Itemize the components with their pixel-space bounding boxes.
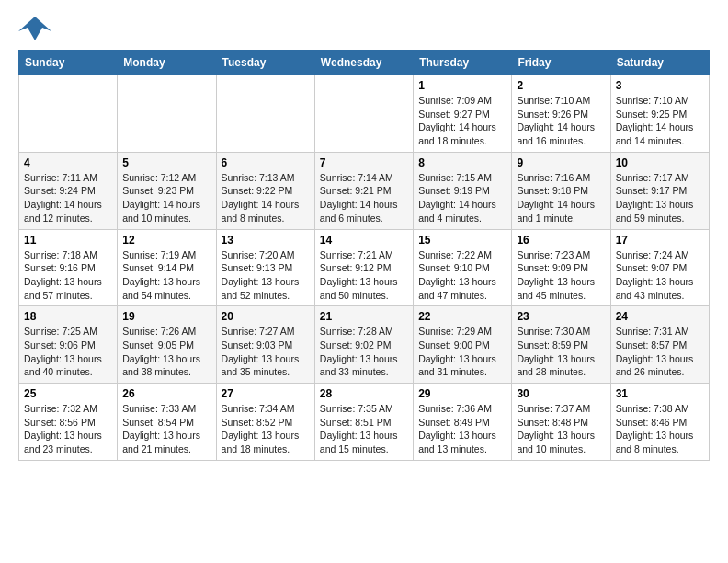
day-info: Sunrise: 7:26 AMSunset: 9:05 PMDaylight:… xyxy=(122,325,210,379)
day-number: 11 xyxy=(24,234,112,247)
day-info: Sunrise: 7:10 AMSunset: 9:25 PMDaylight:… xyxy=(616,94,704,148)
day-info: Sunrise: 7:16 AMSunset: 9:18 PMDaylight:… xyxy=(517,171,605,225)
calendar-cell xyxy=(216,75,314,153)
day-number: 9 xyxy=(517,156,605,169)
day-number: 21 xyxy=(320,310,408,323)
calendar-cell: 12Sunrise: 7:19 AMSunset: 9:14 PMDayligh… xyxy=(118,229,216,306)
calendar-cell: 2Sunrise: 7:10 AMSunset: 9:26 PMDaylight… xyxy=(512,75,610,153)
calendar-week-row: 18Sunrise: 7:25 AMSunset: 9:06 PMDayligh… xyxy=(19,306,710,384)
day-number: 29 xyxy=(418,387,506,400)
weekday-header-wednesday: Wednesday xyxy=(314,51,413,75)
calendar-cell: 25Sunrise: 7:32 AMSunset: 8:56 PMDayligh… xyxy=(19,384,118,461)
day-info: Sunrise: 7:15 AMSunset: 9:19 PMDaylight:… xyxy=(418,171,506,225)
day-number: 31 xyxy=(616,387,704,400)
page-header xyxy=(18,15,710,42)
day-number: 2 xyxy=(517,79,605,92)
day-info: Sunrise: 7:13 AMSunset: 9:22 PMDaylight:… xyxy=(222,171,310,225)
calendar-week-row: 4Sunrise: 7:11 AMSunset: 9:24 PMDaylight… xyxy=(19,152,710,229)
day-number: 19 xyxy=(122,310,210,323)
calendar-cell: 14Sunrise: 7:21 AMSunset: 9:12 PMDayligh… xyxy=(314,229,413,306)
calendar-cell: 17Sunrise: 7:24 AMSunset: 9:07 PMDayligh… xyxy=(610,229,709,306)
day-info: Sunrise: 7:33 AMSunset: 8:54 PMDaylight:… xyxy=(122,402,210,456)
day-info: Sunrise: 7:17 AMSunset: 9:17 PMDaylight:… xyxy=(616,171,704,225)
calendar-cell: 8Sunrise: 7:15 AMSunset: 9:19 PMDaylight… xyxy=(414,152,512,229)
day-info: Sunrise: 7:37 AMSunset: 8:48 PMDaylight:… xyxy=(517,402,605,456)
day-info: Sunrise: 7:36 AMSunset: 8:49 PMDaylight:… xyxy=(418,402,506,456)
calendar-cell: 18Sunrise: 7:25 AMSunset: 9:06 PMDayligh… xyxy=(19,306,118,384)
day-info: Sunrise: 7:11 AMSunset: 9:24 PMDaylight:… xyxy=(24,171,112,225)
day-info: Sunrise: 7:10 AMSunset: 9:26 PMDaylight:… xyxy=(517,94,605,148)
day-number: 5 xyxy=(122,156,210,169)
calendar-cell xyxy=(314,75,413,153)
day-info: Sunrise: 7:12 AMSunset: 9:23 PMDaylight:… xyxy=(122,171,210,225)
day-number: 6 xyxy=(222,156,310,169)
calendar-cell: 19Sunrise: 7:26 AMSunset: 9:05 PMDayligh… xyxy=(118,306,216,384)
calendar-cell: 26Sunrise: 7:33 AMSunset: 8:54 PMDayligh… xyxy=(118,384,216,461)
calendar-cell: 4Sunrise: 7:11 AMSunset: 9:24 PMDaylight… xyxy=(19,152,118,229)
weekday-header-sunday: Sunday xyxy=(19,51,118,75)
calendar-week-row: 1Sunrise: 7:09 AMSunset: 9:27 PMDaylight… xyxy=(19,75,710,153)
day-info: Sunrise: 7:23 AMSunset: 9:09 PMDaylight:… xyxy=(517,248,605,303)
day-info: Sunrise: 7:34 AMSunset: 8:52 PMDaylight:… xyxy=(222,402,310,456)
calendar-header-row: SundayMondayTuesdayWednesdayThursdayFrid… xyxy=(19,51,710,75)
calendar-cell: 5Sunrise: 7:12 AMSunset: 9:23 PMDaylight… xyxy=(118,152,216,229)
day-info: Sunrise: 7:31 AMSunset: 8:57 PMDaylight:… xyxy=(616,325,704,379)
day-number: 24 xyxy=(616,310,704,323)
calendar-cell: 29Sunrise: 7:36 AMSunset: 8:49 PMDayligh… xyxy=(414,384,512,461)
calendar-cell: 30Sunrise: 7:37 AMSunset: 8:48 PMDayligh… xyxy=(512,384,610,461)
day-number: 13 xyxy=(222,234,310,247)
day-number: 1 xyxy=(418,79,506,92)
weekday-header-saturday: Saturday xyxy=(610,51,709,75)
calendar-cell: 16Sunrise: 7:23 AMSunset: 9:09 PMDayligh… xyxy=(512,229,610,306)
calendar-cell: 1Sunrise: 7:09 AMSunset: 9:27 PMDaylight… xyxy=(414,75,512,153)
calendar-week-row: 11Sunrise: 7:18 AMSunset: 9:16 PMDayligh… xyxy=(19,229,710,306)
calendar-cell: 22Sunrise: 7:29 AMSunset: 9:00 PMDayligh… xyxy=(414,306,512,384)
day-number: 20 xyxy=(222,310,310,323)
calendar-cell: 6Sunrise: 7:13 AMSunset: 9:22 PMDaylight… xyxy=(216,152,314,229)
calendar-cell: 9Sunrise: 7:16 AMSunset: 9:18 PMDaylight… xyxy=(512,152,610,229)
calendar-cell: 10Sunrise: 7:17 AMSunset: 9:17 PMDayligh… xyxy=(610,152,709,229)
day-info: Sunrise: 7:21 AMSunset: 9:12 PMDaylight:… xyxy=(320,248,408,303)
day-number: 12 xyxy=(122,234,210,247)
day-number: 27 xyxy=(222,387,310,400)
day-number: 26 xyxy=(122,387,210,400)
day-number: 23 xyxy=(517,310,605,323)
day-info: Sunrise: 7:32 AMSunset: 8:56 PMDaylight:… xyxy=(24,402,112,456)
calendar-cell: 13Sunrise: 7:20 AMSunset: 9:13 PMDayligh… xyxy=(216,229,314,306)
day-info: Sunrise: 7:24 AMSunset: 9:07 PMDaylight:… xyxy=(616,248,704,303)
weekday-header-tuesday: Tuesday xyxy=(216,51,314,75)
day-number: 28 xyxy=(320,387,408,400)
calendar-cell: 15Sunrise: 7:22 AMSunset: 9:10 PMDayligh… xyxy=(414,229,512,306)
calendar-cell: 20Sunrise: 7:27 AMSunset: 9:03 PMDayligh… xyxy=(216,306,314,384)
day-info: Sunrise: 7:29 AMSunset: 9:00 PMDaylight:… xyxy=(418,325,506,379)
day-number: 3 xyxy=(616,79,704,92)
calendar-cell: 7Sunrise: 7:14 AMSunset: 9:21 PMDaylight… xyxy=(314,152,413,229)
day-number: 22 xyxy=(418,310,506,323)
calendar-table: SundayMondayTuesdayWednesdayThursdayFrid… xyxy=(18,50,710,461)
day-number: 15 xyxy=(418,234,506,247)
calendar-week-row: 25Sunrise: 7:32 AMSunset: 8:56 PMDayligh… xyxy=(19,384,710,461)
day-info: Sunrise: 7:25 AMSunset: 9:06 PMDaylight:… xyxy=(24,325,112,379)
weekday-header-thursday: Thursday xyxy=(414,51,512,75)
day-number: 4 xyxy=(24,156,112,169)
logo xyxy=(18,15,55,42)
day-info: Sunrise: 7:38 AMSunset: 8:46 PMDaylight:… xyxy=(616,402,704,456)
day-info: Sunrise: 7:18 AMSunset: 9:16 PMDaylight:… xyxy=(24,248,112,303)
day-info: Sunrise: 7:20 AMSunset: 9:13 PMDaylight:… xyxy=(222,248,310,303)
day-number: 17 xyxy=(616,234,704,247)
day-info: Sunrise: 7:30 AMSunset: 8:59 PMDaylight:… xyxy=(517,325,605,379)
day-info: Sunrise: 7:28 AMSunset: 9:02 PMDaylight:… xyxy=(320,325,408,379)
day-info: Sunrise: 7:35 AMSunset: 8:51 PMDaylight:… xyxy=(320,402,408,456)
calendar-cell: 11Sunrise: 7:18 AMSunset: 9:16 PMDayligh… xyxy=(19,229,118,306)
calendar-cell: 21Sunrise: 7:28 AMSunset: 9:02 PMDayligh… xyxy=(314,306,413,384)
calendar-cell xyxy=(118,75,216,153)
day-number: 7 xyxy=(320,156,408,169)
calendar-cell: 23Sunrise: 7:30 AMSunset: 8:59 PMDayligh… xyxy=(512,306,610,384)
day-info: Sunrise: 7:09 AMSunset: 9:27 PMDaylight:… xyxy=(418,94,506,148)
day-number: 30 xyxy=(517,387,605,400)
day-number: 16 xyxy=(517,234,605,247)
calendar-cell xyxy=(19,75,118,153)
day-info: Sunrise: 7:27 AMSunset: 9:03 PMDaylight:… xyxy=(222,325,310,379)
day-number: 18 xyxy=(24,310,112,323)
day-number: 25 xyxy=(24,387,112,400)
